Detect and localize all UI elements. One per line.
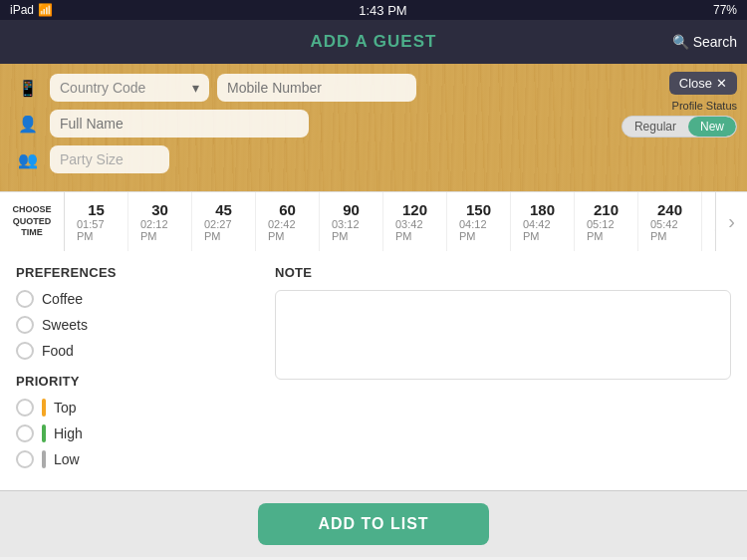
mobile-number-input[interactable] (217, 74, 416, 102)
priority-bar-top (42, 399, 46, 417)
radio-top (16, 399, 34, 417)
pref-label-food: Food (42, 343, 74, 359)
priority-item-low[interactable]: Low (16, 450, 255, 468)
time-slot-180[interactable]: 180 04:42 PM (511, 192, 575, 251)
radio-high (16, 424, 34, 442)
add-to-list-button[interactable]: ADD TO LIST (258, 503, 488, 545)
time-slot-120[interactable]: 120 03:42 PM (383, 192, 447, 251)
person-icon: 👤 (14, 110, 42, 138)
status-left: iPad 📶 (10, 3, 53, 17)
time-slot-210[interactable]: 210 05:12 PM (575, 192, 638, 251)
page-title: ADD A GUEST (311, 32, 437, 52)
country-code-select[interactable]: Country Code ▾ (50, 74, 209, 102)
status-right: 77% (713, 3, 737, 17)
left-panel: PREFERENCES Coffee Sweets Food PRIORITY … (16, 265, 255, 476)
profile-status-label: Profile Status (672, 100, 737, 112)
battery-label: 77% (713, 3, 737, 17)
header: ADD A GUEST 🔍 Search (0, 20, 747, 64)
time-slot-15[interactable]: 15 01:57 PM (65, 192, 128, 251)
priority-label-top: Top (54, 400, 77, 416)
pref-item-food[interactable]: Food (16, 342, 255, 360)
priority-bar-low (42, 450, 46, 468)
chevron-down-icon: ▾ (192, 80, 199, 96)
priority-item-high[interactable]: High (16, 424, 255, 442)
group-icon: 👥 (14, 145, 42, 173)
profile-status-container: Profile Status Regular New (622, 100, 737, 138)
time-section: CHOOSE QUOTED TIME 15 01:57 PM 30 02:12 … (0, 191, 747, 251)
close-button[interactable]: Close ✕ (669, 72, 737, 95)
pref-label-sweets: Sweets (42, 317, 88, 333)
wifi-icon: 📶 (38, 3, 53, 17)
priority-section: PRIORITY Top High Low (16, 374, 255, 468)
time-slots: 15 01:57 PM 30 02:12 PM 45 02:27 PM 60 0… (65, 192, 715, 251)
pref-item-coffee[interactable]: Coffee (16, 290, 255, 308)
priority-bar-high (42, 424, 46, 442)
phone-icon: 📱 (14, 74, 42, 102)
wood-area: Close ✕ Profile Status Regular New 📱 Cou… (0, 64, 747, 191)
status-bar: iPad 📶 1:43 PM 77% (0, 0, 747, 20)
time-slot-60[interactable]: 60 02:42 PM (256, 192, 320, 251)
status-time: 1:43 PM (359, 3, 406, 18)
time-slot-270[interactable]: 270 06:12 P (702, 192, 715, 251)
pill-new[interactable]: New (688, 117, 736, 137)
profile-status-pills[interactable]: Regular New (622, 116, 737, 138)
time-slot-240[interactable]: 240 05:42 PM (638, 192, 702, 251)
time-slot-150[interactable]: 150 04:12 PM (447, 192, 511, 251)
radio-coffee (16, 290, 34, 308)
time-slot-30[interactable]: 30 02:12 PM (128, 192, 192, 251)
note-textarea[interactable] (275, 290, 731, 380)
priority-label-high: High (54, 425, 83, 441)
phone-row: 📱 Country Code ▾ (14, 74, 733, 102)
ipad-label: iPad (10, 3, 34, 17)
country-code-placeholder: Country Code (60, 80, 145, 96)
note-title: NOTE (275, 265, 731, 280)
pref-label-coffee: Coffee (42, 291, 83, 307)
search-icon: 🔍 (672, 34, 689, 50)
time-slot-90[interactable]: 90 03:12 PM (320, 192, 383, 251)
search-button[interactable]: 🔍 Search (672, 34, 737, 50)
priority-title: PRIORITY (16, 374, 255, 389)
search-label: Search (693, 34, 737, 50)
time-next-button[interactable]: › (715, 192, 747, 251)
choose-quoted-time-label: CHOOSE QUOTED TIME (0, 192, 65, 251)
priority-item-top[interactable]: Top (16, 399, 255, 417)
main-content: PREFERENCES Coffee Sweets Food PRIORITY … (0, 251, 747, 490)
pref-item-sweets[interactable]: Sweets (16, 316, 255, 334)
time-slot-45[interactable]: 45 02:27 PM (192, 192, 256, 251)
full-name-input[interactable] (50, 110, 309, 138)
bottom-bar: ADD TO LIST (0, 490, 747, 557)
priority-label-low: Low (54, 451, 80, 467)
radio-low (16, 450, 34, 468)
close-label: Close (679, 76, 712, 91)
preferences-title: PREFERENCES (16, 265, 255, 280)
pill-regular[interactable]: Regular (622, 117, 688, 137)
party-size-input[interactable] (50, 145, 169, 173)
radio-food (16, 342, 34, 360)
radio-sweets (16, 316, 34, 334)
preferences-section: PREFERENCES Coffee Sweets Food (16, 265, 255, 360)
right-panel: NOTE (275, 265, 731, 476)
party-row: 👥 (14, 145, 733, 173)
close-icon: ✕ (716, 76, 727, 91)
